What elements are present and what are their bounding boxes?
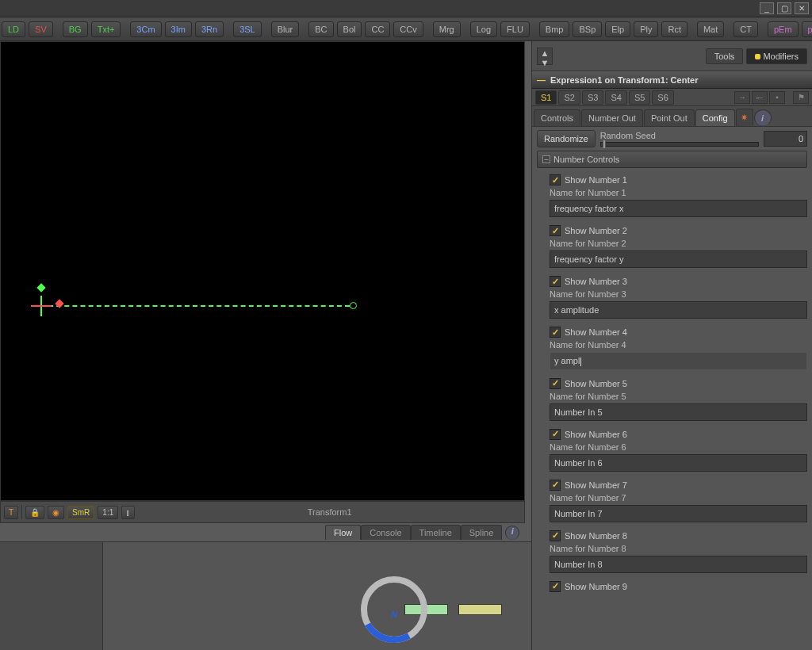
toolbar-btn-bmp[interactable]: Bmp xyxy=(539,21,570,37)
toolbar-btn-rct[interactable]: Rct xyxy=(661,21,688,37)
number-control-9: ✓Show Number 9 xyxy=(537,575,807,596)
toolbar-btn-3cm[interactable]: 3Cm xyxy=(130,21,161,37)
name-for-number-label: Name for Number 2 xyxy=(550,239,807,248)
pin-icon[interactable]: ⚑ xyxy=(793,91,809,104)
toolbar-btn-bc[interactable]: BC xyxy=(308,21,333,37)
script-s6[interactable]: S6 xyxy=(652,90,673,105)
flow-area[interactable]: N xyxy=(0,542,531,650)
toolbar-btn-log[interactable]: Log xyxy=(470,21,497,37)
script-s5[interactable]: S5 xyxy=(629,90,650,105)
number-name-input[interactable]: frequency factor x xyxy=(550,200,807,217)
tab-pointout[interactable]: Point Out xyxy=(644,109,695,126)
show-number-label: Show Number 7 xyxy=(565,480,627,490)
number-name-input[interactable]: x amplitude xyxy=(550,301,807,319)
show-number-checkbox[interactable]: ✓ xyxy=(550,225,561,236)
viewer-eye-button[interactable]: ◉ xyxy=(48,506,64,519)
gizmo-x-handle[interactable] xyxy=(350,302,357,309)
toolbar-btn-elp[interactable]: Elp xyxy=(605,21,630,37)
show-number-checkbox[interactable]: ✓ xyxy=(550,174,561,185)
script-s3[interactable]: S3 xyxy=(582,90,603,105)
window-maximize-button[interactable]: ▢ xyxy=(777,2,791,14)
toolbar-btn-3rn[interactable]: 3Rn xyxy=(195,21,224,37)
viewer-ratio-button[interactable]: 1:1 xyxy=(98,506,118,519)
tab-flow[interactable]: Flow xyxy=(325,525,361,540)
window-titlebar: _ ▢ ✕ xyxy=(0,0,812,17)
toolbar-btn-ccv[interactable]: CCv xyxy=(393,21,423,37)
tab-tools[interactable]: Tools xyxy=(706,48,744,64)
show-number-checkbox[interactable]: ✓ xyxy=(550,327,561,338)
flow-navigator[interactable] xyxy=(0,542,103,650)
tab-spline[interactable]: Spline xyxy=(461,525,503,540)
random-seed-slider[interactable] xyxy=(600,142,759,147)
show-number-checkbox[interactable]: ✓ xyxy=(550,429,561,440)
tab-config[interactable]: Config xyxy=(695,109,735,126)
tab-info[interactable]: i xyxy=(505,526,519,540)
side-panel: ▲▼ Tools Modifiers — Expression1 on Tran… xyxy=(531,41,812,650)
script-s4[interactable]: S4 xyxy=(605,90,626,105)
property-tabs: Controls Number Out Point Out Config ✷ i xyxy=(532,106,812,127)
number-name-input[interactable]: y ampl xyxy=(550,352,807,370)
show-number-checkbox[interactable]: ✓ xyxy=(550,480,561,491)
toolbar-btn-pem[interactable]: pEm xyxy=(768,21,799,37)
toolbar-btn-mat[interactable]: Mat xyxy=(697,21,724,37)
name-for-number-label: Name for Number 5 xyxy=(550,392,807,401)
random-seed-value[interactable]: 0 xyxy=(764,131,807,147)
toolbar-btn-ct[interactable]: CT xyxy=(733,21,758,37)
toolbar-btn-ld[interactable]: LD xyxy=(2,21,25,37)
viewer-t-button[interactable]: T xyxy=(4,506,18,519)
script-s1[interactable]: S1 xyxy=(535,90,557,105)
slider-thumb[interactable] xyxy=(603,140,606,149)
collapse-icon[interactable]: — xyxy=(537,75,546,85)
toolbar-btn-bol[interactable]: Bol xyxy=(337,21,362,37)
window-close-button[interactable]: ✕ xyxy=(795,2,809,14)
toolbar-btn-3sl[interactable]: 3SL xyxy=(233,21,262,37)
side-spinner[interactable]: ▲▼ xyxy=(537,48,553,65)
toolbar-btn-prn[interactable]: pRn xyxy=(802,21,812,37)
number-name-input[interactable]: frequency factor y xyxy=(550,250,807,268)
script-s2[interactable]: S2 xyxy=(558,90,580,105)
tab-numberout[interactable]: Number Out xyxy=(581,109,643,126)
toolbar-btn-txt+[interactable]: Txt+ xyxy=(91,21,121,37)
gizmo-center[interactable] xyxy=(33,297,50,315)
tab-timeline[interactable]: Timeline xyxy=(411,525,461,540)
viewer-smr-button[interactable]: SmR xyxy=(67,506,94,519)
viewer[interactable]: ustomhake xyxy=(0,41,525,501)
tab-settings[interactable]: ✷ xyxy=(736,109,753,126)
viewer-lock-button[interactable]: 🔒 xyxy=(25,506,44,519)
toolbar-btn-bsp[interactable]: BSp xyxy=(573,21,602,37)
toolbar-btn-cc[interactable]: CC xyxy=(365,21,390,37)
number-controls-group[interactable]: – Number Controls xyxy=(537,151,807,168)
number-name-input[interactable]: Number In 8 xyxy=(550,556,807,573)
number-name-input[interactable]: Number In 6 xyxy=(550,454,807,472)
window-minimize-button[interactable]: _ xyxy=(760,2,774,14)
show-number-checkbox[interactable]: ✓ xyxy=(550,276,561,287)
toolbar-btn-flu[interactable]: FLU xyxy=(500,21,530,37)
toolbar-btn-sv[interactable]: SV xyxy=(29,21,53,37)
tab-console[interactable]: Console xyxy=(361,525,410,540)
name-for-number-label: Name for Number 3 xyxy=(550,289,807,299)
toolbar-btn-3im[interactable]: 3Im xyxy=(165,21,192,37)
viewer-handle-button[interactable]: ⫿ xyxy=(121,506,135,519)
show-number-checkbox[interactable]: ✓ xyxy=(550,530,561,541)
gizmo-y-arrow[interactable] xyxy=(36,283,45,292)
number-name-input[interactable]: Number In 5 xyxy=(550,403,807,421)
number-name-input[interactable]: Number In 7 xyxy=(550,505,807,522)
flow-node[interactable] xyxy=(458,604,502,615)
toolbar-btn-mrg[interactable]: Mrg xyxy=(433,21,461,37)
key-icon[interactable]: ⟜ xyxy=(752,91,768,104)
show-number-label: Show Number 3 xyxy=(565,277,627,286)
toolbar-btn-blur[interactable]: Blur xyxy=(271,21,300,37)
randomize-button[interactable]: Randomize xyxy=(537,130,596,147)
expression-header[interactable]: — Expression1 on Transform1: Center xyxy=(532,71,812,89)
dot-icon[interactable]: ▪ xyxy=(769,91,785,104)
tab-modifiers[interactable]: Modifiers xyxy=(746,48,807,64)
tab-info[interactable]: i xyxy=(754,109,772,126)
arrow-icon[interactable]: → xyxy=(734,91,750,104)
toolbar-btn-bg[interactable]: BG xyxy=(63,21,88,37)
collapse-toggle-icon[interactable]: – xyxy=(542,155,550,163)
toolbar-btn-ply[interactable]: Ply xyxy=(634,21,658,37)
tab-controls[interactable]: Controls xyxy=(534,109,580,126)
gizmo-x-axis[interactable] xyxy=(40,305,350,307)
show-number-checkbox[interactable]: ✓ xyxy=(550,581,561,592)
show-number-checkbox[interactable]: ✓ xyxy=(550,378,561,389)
